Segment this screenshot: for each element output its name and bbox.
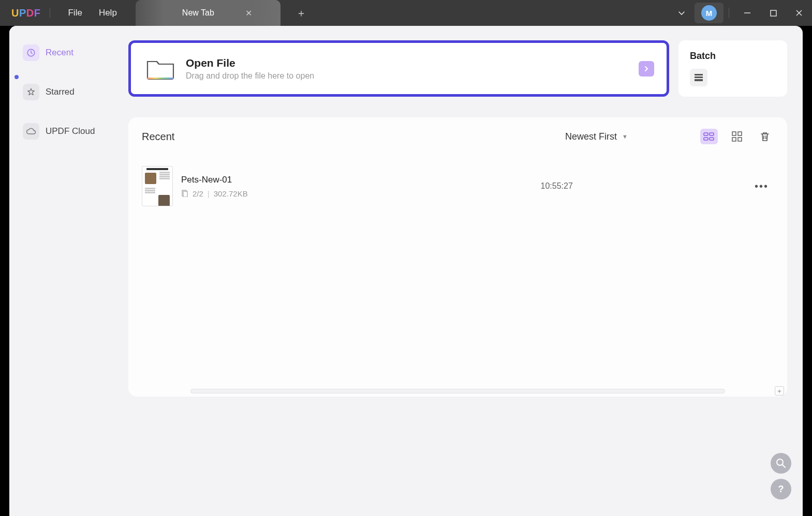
svg-rect-7: [704, 133, 708, 135]
batch-label: Batch: [690, 51, 776, 62]
user-avatar-button[interactable]: M: [695, 3, 724, 23]
main-area: Recent Starred UPDF Cloud: [9, 26, 803, 516]
sort-label: Newest First: [565, 131, 617, 142]
folder-icon: [145, 56, 175, 81]
chevron-down-icon[interactable]: [669, 0, 695, 26]
svg-rect-9: [704, 138, 708, 140]
close-button[interactable]: [786, 0, 812, 26]
divider: [729, 8, 729, 18]
app-logo: UPDF: [11, 7, 40, 19]
avatar: M: [701, 5, 717, 21]
batch-icon: [690, 69, 707, 86]
svg-rect-11: [732, 132, 736, 135]
content: Open File Drag and drop the file here to…: [113, 26, 803, 516]
search-button[interactable]: [771, 453, 791, 474]
open-file-arrow-button[interactable]: [639, 61, 654, 77]
svg-rect-13: [732, 138, 736, 141]
delete-button[interactable]: [756, 129, 774, 144]
file-time: 10:55:27: [541, 181, 573, 191]
more-icon[interactable]: •••: [755, 180, 774, 192]
open-file-subtitle: Drag and drop the file here to open: [186, 71, 314, 81]
titlebar-right: M: [669, 0, 812, 26]
open-file-title: Open File: [186, 57, 314, 69]
titlebar: UPDF File Help New Tab ✕ ＋ M: [0, 0, 812, 26]
sidebar-item-cloud[interactable]: UPDF Cloud: [18, 119, 105, 144]
tab-title: New Tab: [182, 8, 214, 18]
tab-new[interactable]: New Tab ✕: [136, 0, 280, 26]
sidebar: Recent Starred UPDF Cloud: [9, 26, 113, 516]
file-pages: 2/2: [193, 189, 203, 198]
svg-rect-16: [183, 191, 187, 197]
svg-rect-4: [695, 74, 703, 75]
sort-dropdown[interactable]: Newest First ▼: [565, 131, 628, 142]
add-tab-button[interactable]: ＋: [296, 6, 306, 20]
svg-rect-8: [710, 133, 714, 135]
chevron-down-icon: ▼: [622, 133, 628, 140]
help-button[interactable]: ?: [771, 479, 791, 499]
svg-rect-14: [738, 138, 742, 141]
batch-card[interactable]: Batch: [678, 40, 787, 97]
sidebar-item-label: Recent: [46, 48, 73, 58]
sidebar-item-starred[interactable]: Starred: [18, 80, 105, 104]
cloud-icon: [23, 123, 39, 140]
indicator-dot: [14, 75, 19, 79]
sidebar-item-label: Starred: [46, 87, 75, 97]
list-view-button[interactable]: [700, 129, 718, 144]
scrollbar[interactable]: [190, 389, 725, 393]
file-size: 302.72KB: [214, 189, 248, 198]
svg-rect-5: [695, 77, 703, 78]
clock-icon: [23, 44, 39, 61]
divider: [50, 8, 50, 18]
file-thumbnail: [142, 166, 173, 206]
svg-rect-3: [147, 78, 173, 79]
svg-point-17: [777, 459, 783, 465]
sidebar-item-recent[interactable]: Recent: [18, 40, 105, 65]
file-row[interactable]: Pets-New-01 2/2 | 302.72KB 10:55:27 •••: [142, 159, 774, 214]
file-menu[interactable]: File: [60, 0, 90, 26]
file-name: Pets-New-01: [181, 175, 248, 185]
recent-title: Recent: [142, 131, 174, 143]
sidebar-item-label: UPDF Cloud: [46, 126, 95, 136]
svg-rect-12: [738, 132, 742, 135]
minimize-button[interactable]: [734, 0, 760, 26]
maximize-button[interactable]: [760, 0, 786, 26]
svg-line-18: [783, 465, 785, 467]
grid-view-button[interactable]: [728, 129, 746, 144]
svg-rect-10: [710, 138, 714, 140]
help-menu[interactable]: Help: [91, 0, 125, 26]
recent-panel: Recent Newest First ▼: [128, 117, 787, 397]
close-icon[interactable]: ✕: [245, 8, 252, 18]
svg-rect-1: [771, 10, 776, 16]
star-icon: [23, 84, 39, 100]
open-file-card[interactable]: Open File Drag and drop the file here to…: [128, 40, 669, 97]
page-icon: [181, 190, 188, 197]
add-button[interactable]: +: [775, 386, 784, 396]
svg-rect-6: [695, 79, 703, 81]
